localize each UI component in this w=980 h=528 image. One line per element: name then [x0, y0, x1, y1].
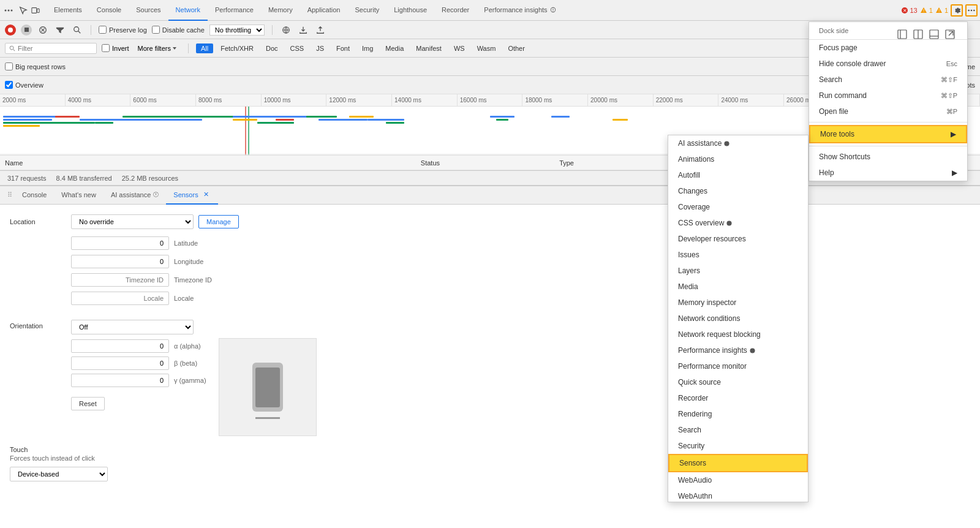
tab-network[interactable]: Network [168, 0, 208, 21]
undock-icon[interactable] [943, 27, 957, 42]
tools-performance-monitor[interactable]: Performance monitor [668, 358, 808, 374]
filter-tag-fetch[interactable]: Fetch/XHR [216, 43, 258, 53]
run-command-item[interactable]: Run command ⌘⇧P [809, 88, 967, 104]
open-file-item[interactable]: Open file ⌘P [809, 104, 967, 119]
filter-tag-css[interactable]: CSS [285, 43, 309, 53]
error-count[interactable]: ✕ 13 [901, 7, 918, 14]
dock-left-icon[interactable] [895, 27, 910, 42]
locale-input[interactable] [71, 292, 169, 305]
focus-page-item[interactable]: Focus page [809, 40, 895, 56]
tools-rendering[interactable]: Rendering [668, 406, 808, 422]
tools-coverage[interactable]: Coverage [668, 199, 808, 215]
drag-handle[interactable]: ⠿ [5, 191, 15, 199]
tools-css-overview[interactable]: CSS overview [668, 215, 808, 231]
network-conditions-icon[interactable] [280, 24, 292, 36]
manage-button[interactable]: Manage [198, 215, 239, 228]
tools-network-conditions[interactable]: Network conditions [668, 311, 808, 326]
bottom-tab-console[interactable]: Console [15, 186, 54, 205]
filter-input[interactable] [18, 45, 79, 52]
devtools-menu-icon[interactable] [2, 4, 15, 17]
hide-console-item[interactable]: Hide console drawer Esc [809, 56, 967, 72]
clear-button[interactable] [37, 24, 49, 36]
latitude-input[interactable] [71, 236, 169, 250]
filter-icon[interactable] [54, 24, 66, 36]
tab-recorder[interactable]: Recorder [434, 0, 477, 21]
touch-select[interactable]: Device-based Force enabled [10, 467, 108, 481]
bottom-tab-whats-new[interactable]: What's new [54, 186, 104, 205]
tab-lighthouse[interactable]: Lighthouse [386, 0, 434, 21]
tools-developer-resources[interactable]: Developer resources [668, 231, 808, 247]
tools-recorder[interactable]: Recorder [668, 390, 808, 406]
longitude-input[interactable] [71, 255, 169, 268]
bottom-tab-sensors[interactable]: Sensors ✕ [166, 186, 217, 205]
big-rows-checkbox[interactable]: Big request rows [5, 62, 66, 70]
filter-tag-img[interactable]: Img [357, 43, 378, 53]
filter-tag-js[interactable]: JS [311, 43, 329, 53]
filter-tag-font[interactable]: Font [331, 43, 355, 53]
col-status[interactable]: Status [421, 159, 559, 167]
tab-console[interactable]: Console [89, 0, 129, 21]
gamma-input[interactable] [71, 374, 169, 387]
help-item[interactable]: Help ▶ [809, 165, 967, 181]
tools-security[interactable]: Security [668, 438, 808, 454]
record-button[interactable] [5, 25, 16, 36]
more-filters-button[interactable]: More filters [134, 43, 181, 53]
tools-webaudio[interactable]: WebAudio [668, 472, 808, 488]
tab-elements[interactable]: Elements [47, 0, 89, 21]
tools-issues[interactable]: Issues [668, 247, 808, 263]
inspect-icon[interactable] [17, 4, 29, 17]
info-count[interactable]: ! 1 [935, 7, 948, 14]
reset-button[interactable]: Reset [71, 397, 105, 410]
device-toolbar-icon[interactable] [29, 4, 42, 17]
filter-tag-media[interactable]: Media [380, 43, 409, 53]
import-icon[interactable] [297, 24, 309, 36]
stop-button[interactable] [21, 25, 32, 36]
filter-tag-all[interactable]: All [196, 43, 213, 53]
throttle-select[interactable]: No throttling Fast 3G Slow 3G Offline [209, 25, 265, 36]
tools-layers[interactable]: Layers [668, 263, 808, 279]
dock-bottom-icon[interactable] [927, 27, 941, 42]
tools-autofill[interactable]: Autofill [668, 167, 808, 183]
overview-checkbox[interactable]: Overview [5, 81, 43, 89]
tools-ai-assistance[interactable]: AI assistance [668, 135, 808, 151]
filter-tag-ws[interactable]: WS [449, 43, 470, 53]
tools-performance-insights[interactable]: Performance insights [668, 342, 808, 358]
tab-sources[interactable]: Sources [129, 0, 168, 21]
sensors-tab-close[interactable]: ✕ [202, 190, 211, 199]
location-select[interactable]: No override [71, 214, 194, 229]
tools-animations[interactable]: Animations [668, 151, 808, 167]
tools-memory-inspector[interactable]: Memory inspector [668, 295, 808, 311]
tools-webauthn[interactable]: WebAuthn [668, 488, 808, 502]
tools-media[interactable]: Media [668, 279, 808, 295]
invert-checkbox[interactable]: Invert [102, 44, 129, 52]
tab-performance[interactable]: Performance [208, 0, 261, 21]
tools-quick-source[interactable]: Quick source [668, 374, 808, 390]
tab-security[interactable]: Security [347, 0, 386, 21]
tools-network-request-blocking[interactable]: Network request blocking [668, 326, 808, 342]
filter-input-container[interactable] [5, 43, 97, 54]
col-name[interactable]: Name [5, 159, 421, 167]
more-tools-item[interactable]: More tools ▶ [809, 125, 967, 143]
filter-tag-wasm[interactable]: Wasm [472, 43, 501, 53]
search-item[interactable]: Search ⌘⇧F [809, 72, 967, 88]
filter-tag-doc[interactable]: Doc [261, 43, 283, 53]
tools-sensors[interactable]: Sensors [668, 454, 808, 472]
tab-application[interactable]: Application [300, 0, 348, 21]
preserve-log-checkbox[interactable]: Preserve log [99, 26, 147, 34]
tools-search[interactable]: Search [668, 422, 808, 438]
timezone-input[interactable] [71, 273, 169, 287]
dock-top-icon[interactable] [911, 27, 925, 42]
tab-memory[interactable]: Memory [261, 0, 300, 21]
disable-cache-checkbox[interactable]: Disable cache [152, 26, 205, 34]
filter-tag-manifest[interactable]: Manifest [411, 43, 447, 53]
tab-performance-insights[interactable]: Performance insights [477, 0, 563, 21]
orientation-select[interactable]: Off [71, 320, 194, 334]
tools-changes[interactable]: Changes [668, 183, 808, 199]
search-network-icon[interactable] [71, 24, 83, 36]
more-options-icon[interactable] [965, 4, 978, 17]
bottom-tab-ai-assistance[interactable]: AI assistance [104, 186, 166, 205]
filter-tag-other[interactable]: Other [503, 43, 530, 53]
settings-icon[interactable] [951, 4, 963, 17]
show-shortcuts-item[interactable]: Show Shortcuts [809, 149, 967, 165]
alpha-input[interactable] [71, 339, 169, 353]
